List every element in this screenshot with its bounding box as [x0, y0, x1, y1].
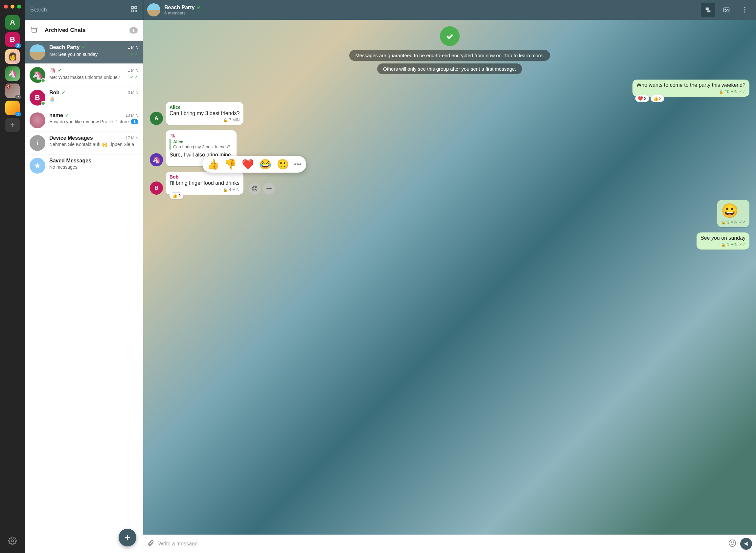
unread-badge: 1 — [131, 119, 138, 124]
message-row-in: 🦄 🦄 Alice Can I bring my 3 best friends?… — [150, 130, 749, 166]
quoted-message[interactable]: Alice Can I bring my 3 best friends? — [170, 139, 232, 150]
reaction-sad[interactable]: 🙁 — [277, 158, 289, 170]
chat-sidebar: Archived Chats 1 Beach Party✔1 MIN Me: S… — [25, 0, 143, 553]
svg-rect-3 — [131, 10, 133, 12]
read-ticks-icon: ✓✓ — [130, 74, 138, 80]
message-menu-button[interactable]: ••• — [263, 183, 275, 194]
maximize-window-button[interactable] — [17, 5, 21, 9]
new-chat-button[interactable]: + — [119, 529, 136, 546]
reaction-heart[interactable]: ❤️ — [242, 158, 254, 170]
svg-rect-6 — [135, 11, 136, 12]
chat-name: name — [49, 112, 63, 118]
messages-area[interactable]: Messages are guaranteed to be end-to-end… — [143, 20, 756, 535]
archived-chats-label: Archived Chats — [45, 27, 123, 33]
read-ticks-icon: ✓✓ — [130, 51, 138, 57]
message-meta: 🔒1 MIN✓✓ — [700, 242, 746, 247]
search-bar — [25, 0, 143, 20]
message-text: 😀 — [721, 203, 746, 219]
svg-rect-5 — [136, 10, 137, 11]
avatar — [29, 112, 45, 128]
message-bubble[interactable]: Bob I'll bring finger food and drinks 🔒4… — [166, 172, 244, 194]
svg-point-12 — [744, 7, 746, 9]
message-actions: ••• — [249, 183, 275, 194]
reaction-chip[interactable]: 👍2 — [651, 95, 664, 102]
reaction-picker: 👍 👎 ❤️ 😂 🙁 ••• — [202, 156, 306, 173]
account-6[interactable]: 1 — [5, 101, 20, 115]
settings-button[interactable] — [8, 537, 17, 550]
message-avatar[interactable]: A — [150, 112, 163, 125]
svg-point-18 — [729, 540, 736, 546]
svg-rect-7 — [136, 11, 137, 12]
message-bubble[interactable]: Who wants to come to the party this week… — [633, 80, 749, 97]
account-badge: 2 — [15, 44, 21, 48]
chat-time: 3 MIN — [128, 90, 138, 95]
message-meta: 🔒10 MIN✓✓ — [636, 89, 746, 94]
chat-item-device-messages[interactable]: i Device Messages17 MIN Nehmen Sie Konta… — [25, 132, 143, 155]
message-meta: 🔒7 MIN — [170, 118, 240, 122]
reaction-chip[interactable]: 👍2 — [170, 192, 183, 199]
chat-item-name[interactable]: name✔13 MIN How do you like my new Profi… — [25, 109, 143, 132]
archived-chats-row[interactable]: Archived Chats 1 — [25, 20, 143, 41]
account-5[interactable]: 🔇7 — [5, 83, 20, 98]
close-window-button[interactable] — [4, 5, 8, 9]
message-row-out: 😀 🔒3 MIN✓✓ — [150, 200, 749, 227]
emoji-button[interactable] — [728, 539, 736, 548]
message-row-in: B Bob I'll bring finger food and drinks … — [150, 172, 749, 194]
muted-icon: 🔇 — [6, 84, 11, 89]
avatar: B — [29, 90, 45, 105]
verified-icon: ✔ — [197, 4, 201, 10]
chat-preview: 🧁 — [49, 96, 138, 101]
chat-name: 🦄 — [49, 67, 56, 73]
chat-time: 13 MIN — [125, 113, 138, 118]
chat-time: 1 MIN — [128, 68, 138, 73]
chat-view-button[interactable] — [701, 3, 715, 17]
svg-point-13 — [744, 9, 746, 10]
qr-icon[interactable] — [130, 6, 138, 14]
minimize-window-button[interactable] — [10, 5, 14, 9]
chat-item-saved-messages[interactable]: ★ Saved Messages No messages. — [25, 155, 143, 177]
reaction-laugh[interactable]: 😂 — [259, 158, 271, 170]
reaction-thumbs-down[interactable]: 👎 — [224, 158, 237, 170]
add-account-button[interactable]: + — [5, 118, 20, 132]
message-text: Who wants to come to the party this week… — [636, 82, 746, 88]
account-a[interactable]: A — [5, 15, 20, 29]
verified-icon: ✔ — [62, 90, 65, 95]
account-4[interactable]: 🦄 — [5, 66, 20, 81]
group-visibility-banner: Others will only see this group after yo… — [377, 64, 522, 74]
message-bubble[interactable]: Alice Can I bring my 3 best friends? 🔒7 … — [166, 102, 244, 125]
chat-name: Saved Messages — [49, 158, 91, 164]
gallery-button[interactable] — [719, 3, 734, 17]
message-sender: 🦄 — [170, 133, 232, 138]
archive-icon — [30, 26, 38, 35]
lock-icon: 🔒 — [721, 220, 726, 225]
header-title: Beach Party — [164, 5, 195, 10]
verified-icon: ✔ — [65, 113, 69, 118]
header-avatar[interactable] — [147, 3, 160, 16]
send-button[interactable] — [740, 538, 752, 550]
message-bubble[interactable]: 😀 🔒3 MIN✓✓ — [717, 200, 749, 227]
account-3[interactable]: 👩 — [5, 49, 20, 64]
reaction-thumbs-up[interactable]: 👍 — [207, 158, 219, 170]
message-avatar[interactable]: B — [150, 181, 163, 194]
chat-time: 17 MIN — [125, 136, 138, 140]
reaction-chip[interactable]: ❤️2 — [635, 95, 649, 102]
chat-item-bob[interactable]: B Bob✔3 MIN 🧁 — [25, 86, 143, 109]
reaction-more-button[interactable]: ••• — [294, 160, 302, 169]
lock-icon: 🔒 — [719, 90, 724, 94]
avatar — [29, 45, 45, 60]
message-avatar[interactable]: 🦄 — [150, 153, 163, 166]
react-button[interactable] — [249, 183, 261, 194]
search-input[interactable] — [30, 7, 130, 13]
message-reactions: ❤️2 👍2 — [635, 95, 664, 102]
compose-input[interactable] — [158, 541, 725, 547]
account-b[interactable]: B2 — [5, 32, 20, 47]
encryption-banner[interactable]: Messages are guaranteed to be end-to-end… — [349, 50, 550, 61]
chat-item-beach-party[interactable]: Beach Party✔1 MIN Me: See you on sunday✓… — [25, 41, 143, 64]
composer — [143, 535, 756, 553]
chat-item-unicorn[interactable]: 🦄 🦄✔1 MIN Me: What makes unicorns unique… — [25, 64, 143, 86]
header-info[interactable]: Beach Party✔ 6 members — [164, 4, 697, 15]
message-bubble[interactable]: See you on sunday 🔒1 MIN✓✓ — [696, 232, 749, 249]
attach-button[interactable] — [147, 540, 155, 548]
menu-button[interactable] — [738, 3, 752, 17]
quote-text: Can I bring my 3 best friends? — [173, 144, 230, 149]
